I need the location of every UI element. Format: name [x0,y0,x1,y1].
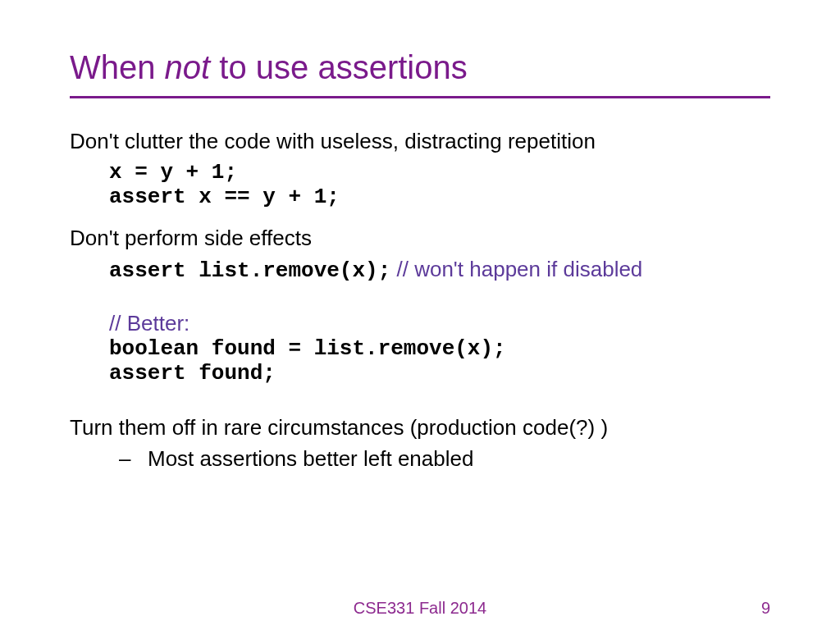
footer-course: CSE331 Fall 2014 [354,599,486,618]
code-assign: x = y + 1; [109,160,237,185]
code-found-assign: boolean found = list.remove(x); [109,336,506,361]
code-assert-remove: assert list.remove(x); [109,258,390,283]
title-part1: When [70,49,165,85]
slide-title: When not to use assertions [70,49,770,86]
footer-page: 9 [761,599,770,618]
title-divider [70,96,770,98]
para-turn-off: Turn them off in rare circumstances (pro… [70,413,770,442]
slide-footer: CSE331 Fall 2014 9 [0,599,840,618]
title-part2: to use assertions [210,49,468,85]
code-assert-found: assert found; [109,361,276,386]
code-assert-eq: assert x == y + 1; [109,185,340,209]
para-clutter: Don't clutter the code with useless, dis… [70,127,770,156]
bullet-enabled: Most assertions better left enabled [70,446,770,472]
comment-better: // Better: [109,311,189,336]
para-side-effects: Don't perform side effects [70,224,770,253]
comment-disabled: // won't happen if disabled [390,257,642,281]
title-italic: not [165,49,211,85]
